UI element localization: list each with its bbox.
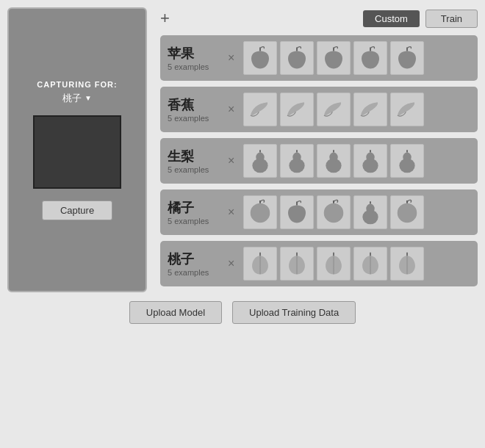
class-images-2 [243,144,470,178]
class-images-3 [243,195,470,229]
class-name-2[interactable]: 生梨 [168,148,219,165]
class-examples-4: 5 examples [168,268,219,277]
class-remove-2[interactable]: × [225,154,237,167]
class-examples-3: 5 examples [168,217,219,225]
class-examples-2: 5 examples [168,165,219,174]
svg-point-6 [256,153,265,162]
custom-button[interactable]: Custom [363,10,420,27]
class-name-4[interactable]: 桃子 [168,250,219,268]
class-remove-4[interactable]: × [225,257,237,270]
thumb-3-3[interactable] [353,195,387,229]
thumb-4-2[interactable] [317,247,351,281]
class-images-4 [243,247,470,281]
class-name-0[interactable]: 苹果 [168,45,219,62]
class-name-3[interactable]: 橘子 [168,199,219,217]
thumb-2-1[interactable] [280,144,314,178]
thumb-1-1[interactable] [280,93,314,126]
thumb-0-1[interactable] [280,41,314,75]
thumb-3-1[interactable] [280,195,314,229]
capture-panel: CAPTURING FOR: 桃子 ▼ Capture [7,7,147,292]
thumb-1-4[interactable] [390,93,424,126]
thumb-3-0[interactable] [243,195,277,229]
thumb-3-2[interactable] [317,195,351,229]
camera-viewfinder [33,115,121,189]
class-info-1: 香蕉5 examples [168,96,219,123]
svg-point-26 [367,204,375,214]
class-list: 苹果5 examples× 香蕉5 examples× [160,35,478,292]
thumb-2-0[interactable] [243,144,277,178]
class-info-2: 生梨5 examples [168,148,219,174]
capturing-for-row: 桃子 ▼ [62,92,92,105]
class-name-1[interactable]: 香蕉 [168,96,219,114]
class-images-1 [243,93,470,126]
thumb-0-3[interactable] [353,41,387,75]
svg-point-28 [398,203,417,223]
thumb-1-3[interactable] [353,93,387,126]
add-class-button[interactable]: + [160,10,170,26]
capturing-for-label: CAPTURING FOR: [37,80,117,89]
svg-point-9 [293,153,301,162]
class-info-4: 桃子5 examples [168,250,219,277]
bottom-bar: Upload Model Upload Training Data [0,301,485,324]
svg-point-23 [324,203,344,223]
class-remove-0[interactable]: × [225,51,237,65]
thumb-4-3[interactable] [353,247,387,281]
svg-point-12 [330,153,338,162]
classes-panel: + Custom Train 苹果5 examples× [160,7,478,292]
class-card-0: 苹果5 examples× [160,35,478,81]
thumb-4-4[interactable] [390,247,424,281]
class-examples-0: 5 examples [168,62,219,71]
thumb-1-0[interactable] [243,93,277,126]
svg-point-15 [367,153,375,162]
class-info-0: 苹果5 examples [168,45,219,71]
class-card-4: 桃子5 examples× [160,241,478,286]
train-button[interactable]: Train [425,10,478,28]
top-bar: + Custom Train [160,7,478,29]
class-card-2: 生梨5 examples× [160,138,478,184]
main-container: CAPTURING FOR: 桃子 ▼ Capture + Custom Tra… [7,7,478,292]
svg-point-20 [251,203,270,223]
thumb-0-2[interactable] [317,41,351,75]
class-card-3: 橘子5 examples× [160,189,478,235]
class-dropdown-arrow[interactable]: ▼ [85,94,92,102]
upload-model-button[interactable]: Upload Model [129,301,222,324]
capture-button[interactable]: Capture [42,200,112,220]
thumb-0-0[interactable] [243,41,277,75]
thumb-4-1[interactable] [280,247,314,281]
thumb-2-3[interactable] [353,144,387,178]
upload-training-data-button[interactable]: Upload Training Data [232,301,356,324]
thumb-3-4[interactable] [390,195,424,229]
class-remove-1[interactable]: × [225,103,237,116]
svg-point-18 [403,153,412,162]
thumb-1-2[interactable] [317,93,351,126]
thumb-0-4[interactable] [390,41,424,75]
class-images-0 [243,41,470,75]
class-card-1: 香蕉5 examples× [160,87,478,132]
class-examples-1: 5 examples [168,114,219,123]
thumb-2-2[interactable] [317,144,351,178]
class-info-3: 橘子5 examples [168,199,219,225]
thumb-2-4[interactable] [390,144,424,178]
class-remove-3[interactable]: × [225,206,237,219]
current-class-label: 桃子 [62,92,82,105]
thumb-4-0[interactable] [243,247,277,281]
